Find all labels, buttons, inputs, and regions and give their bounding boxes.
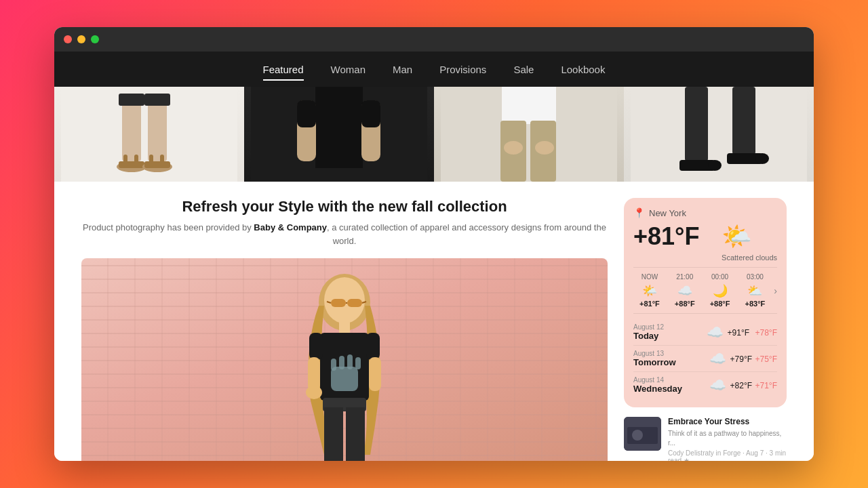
day-low-2: +71°F xyxy=(755,381,777,390)
svg-rect-8 xyxy=(144,161,170,168)
weather-main-icon: 🌤️ xyxy=(722,222,777,251)
day-name-1: Tomorrow xyxy=(633,357,709,367)
svg-rect-11 xyxy=(149,155,153,167)
weather-description: Scattered clouds xyxy=(722,253,777,262)
day-temps-1: +79°F +75°F xyxy=(730,352,777,365)
main-layout: Refresh your Style with the new fall col… xyxy=(54,182,814,461)
day-temps-2: +82°F +71°F xyxy=(730,379,777,391)
maximize-dot[interactable] xyxy=(91,35,99,43)
blog-info-0: Embrace Your Stress Think of it as a pat… xyxy=(668,417,787,461)
day-info-0: August 12 Today xyxy=(633,323,707,341)
svg-point-56 xyxy=(632,430,643,441)
nav-item-man[interactable]: Man xyxy=(393,60,412,79)
svg-rect-3 xyxy=(119,94,144,106)
weather-main: +81°F 🌤️ Scattered clouds xyxy=(633,222,777,262)
hourly-next-button[interactable]: › xyxy=(774,285,777,296)
svg-rect-10 xyxy=(134,155,138,167)
svg-rect-44 xyxy=(369,357,381,391)
svg-rect-34 xyxy=(331,299,346,307)
hour-temp-3: +83°F xyxy=(738,300,771,308)
day-date-1: August 13 xyxy=(633,350,709,357)
svg-rect-6 xyxy=(119,161,144,168)
svg-rect-14 xyxy=(315,87,363,168)
weather-hourly: NOW 🌤️ +81°F 21:00 ☁️ +88°F 00:00 🌙 xyxy=(633,267,777,314)
svg-rect-49 xyxy=(347,354,353,369)
blog-date-0: · Aug 7 xyxy=(743,449,764,457)
blog-author-0: Cody Delistraty in Forge xyxy=(668,449,741,457)
day-temps-0: +91°F +78°F xyxy=(728,326,777,338)
hour-icon-0: 🌤️ xyxy=(633,283,666,298)
svg-rect-41 xyxy=(309,333,323,360)
weather-daily: August 12 Today ☁️ +91°F +78°F xyxy=(633,319,777,398)
weather-location: 📍 New York xyxy=(633,207,777,218)
weather-widget: 📍 New York +81°F 🌤️ Scattered clouds xyxy=(624,198,787,407)
weather-day-0: August 12 Today ☁️ +91°F +78°F xyxy=(633,319,777,346)
svg-rect-4 xyxy=(144,94,170,106)
hour-icon-3: ⛅ xyxy=(738,283,771,298)
hour-temp-1: +88°F xyxy=(669,300,701,308)
nav-item-lookbook[interactable]: Lookbook xyxy=(561,60,605,79)
day-icon-1: ☁️ xyxy=(709,350,726,367)
svg-rect-27 xyxy=(732,87,755,155)
hero-strip xyxy=(54,87,814,182)
weather-hour-0: NOW 🌤️ +81°F xyxy=(633,273,666,308)
nav-item-provisions[interactable]: Provisions xyxy=(439,60,486,79)
svg-rect-18 xyxy=(361,100,380,127)
person-svg xyxy=(263,265,426,461)
svg-rect-52 xyxy=(324,407,343,461)
main-content: Refresh your Style with the new fall col… xyxy=(81,198,608,445)
blog-card-0[interactable]: Embrace Your Stress Think of it as a pat… xyxy=(624,417,787,461)
brand-name: Baby & Company xyxy=(254,222,327,232)
day-low-1: +75°F xyxy=(755,354,777,364)
blog-excerpt-0: Think of it as a pathway to happiness, r… xyxy=(668,429,787,448)
person-overlay xyxy=(81,258,608,461)
weather-day-2: August 14 Wednesday ☁️ +82°F +71°F xyxy=(633,372,777,398)
featured-image xyxy=(81,258,608,461)
location-pin-icon: 📍 xyxy=(633,207,645,218)
nav-item-sale[interactable]: Sale xyxy=(513,60,534,79)
browser-window: Featured Woman Man Provisions Sale Lookb… xyxy=(54,27,814,461)
weather-city: New York xyxy=(649,208,686,218)
day-icon-0: ☁️ xyxy=(707,324,724,340)
day-name-0: Today xyxy=(633,331,707,341)
svg-point-45 xyxy=(306,386,322,399)
day-date-2: August 14 xyxy=(633,376,709,384)
svg-rect-20 xyxy=(502,87,556,124)
nav-item-featured[interactable]: Featured xyxy=(263,60,304,79)
hour-time-3: 03:00 xyxy=(738,273,771,281)
svg-rect-42 xyxy=(366,333,380,360)
day-info-1: August 13 Tomorrow xyxy=(633,350,709,367)
svg-rect-26 xyxy=(685,87,708,161)
svg-point-23 xyxy=(504,141,523,155)
day-date-0: August 12 xyxy=(633,323,707,331)
hour-time-1: 21:00 xyxy=(669,273,701,281)
hour-temp-2: +88°F xyxy=(704,300,736,308)
hour-time-0: NOW xyxy=(633,273,666,281)
section-title: Refresh your Style with the new fall col… xyxy=(81,198,608,216)
blog-section: Embrace Your Stress Think of it as a pat… xyxy=(624,417,787,461)
svg-point-24 xyxy=(535,141,554,155)
nav-item-woman[interactable]: Woman xyxy=(331,60,366,79)
hero-image-1 xyxy=(54,87,244,182)
minimize-dot[interactable] xyxy=(77,35,85,43)
close-dot[interactable] xyxy=(64,35,72,43)
hour-time-2: 00:00 xyxy=(704,273,736,281)
day-low-0: +78°F xyxy=(755,328,777,338)
svg-rect-39 xyxy=(339,321,350,334)
svg-rect-17 xyxy=(297,100,316,127)
svg-rect-12 xyxy=(160,155,164,167)
blog-title-0: Embrace Your Stress xyxy=(668,417,787,428)
sidebar: 📍 New York +81°F 🌤️ Scattered clouds xyxy=(624,198,787,445)
hero-image-3 xyxy=(434,87,624,182)
browser-bar xyxy=(54,27,814,52)
hour-temp-0: +81°F xyxy=(633,300,666,308)
hour-icon-2: 🌙 xyxy=(704,283,736,298)
day-high-2: +82°F xyxy=(730,381,752,390)
weather-hour-3: 03:00 ⛅ +83°F xyxy=(738,273,771,308)
svg-rect-53 xyxy=(346,407,365,461)
svg-rect-50 xyxy=(355,357,361,369)
weather-hour-2: 00:00 🌙 +88°F xyxy=(704,273,736,308)
day-info-2: August 14 Wednesday xyxy=(633,376,709,394)
weather-hour-1: 21:00 ☁️ +88°F xyxy=(669,273,701,308)
main-nav: Featured Woman Man Provisions Sale Lookb… xyxy=(54,52,814,87)
